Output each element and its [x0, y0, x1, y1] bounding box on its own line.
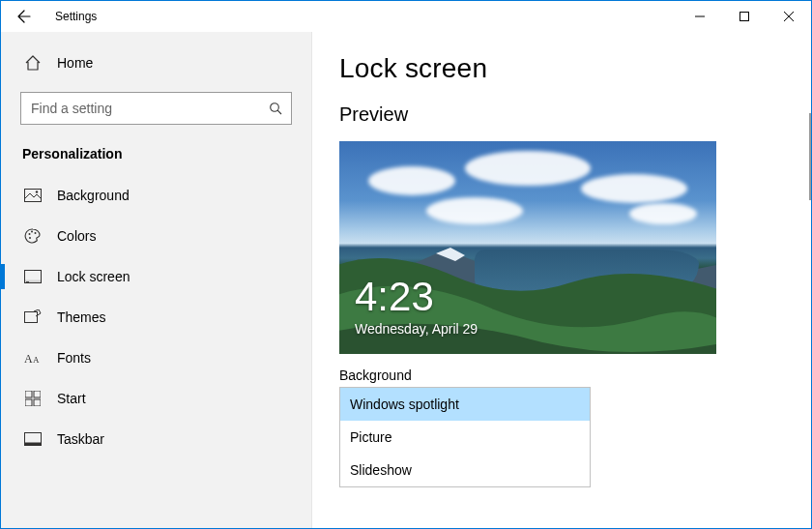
scrollbar[interactable]: [809, 113, 811, 200]
svg-rect-0: [740, 13, 749, 21]
close-icon: [784, 12, 794, 21]
nav-list: Background Colors Lock screen Themes: [1, 175, 311, 528]
background-label: Background: [339, 367, 811, 383]
minimize-button[interactable]: [678, 1, 722, 32]
svg-rect-11: [25, 312, 38, 323]
search-box[interactable]: [20, 92, 292, 125]
home-label: Home: [57, 55, 93, 71]
preview-time: 4:23: [355, 277, 478, 317]
sidebar-item-colors[interactable]: Colors: [1, 216, 311, 256]
app-title: Settings: [55, 10, 97, 23]
dropdown-option-label: Picture: [350, 429, 392, 445]
search-icon: [260, 102, 291, 115]
svg-rect-14: [25, 391, 32, 397]
image-icon: [24, 189, 42, 202]
dropdown-option-picture[interactable]: Picture: [340, 421, 590, 454]
svg-rect-10: [26, 281, 29, 282]
sidebar-item-start[interactable]: Start: [1, 378, 311, 419]
start-icon: [24, 391, 42, 406]
dropdown-option-spotlight[interactable]: Windows spotlight: [340, 388, 590, 421]
maximize-button[interactable]: [722, 1, 767, 32]
themes-icon: [24, 309, 42, 325]
home-nav[interactable]: Home: [1, 44, 311, 82]
back-button[interactable]: [1, 1, 47, 32]
svg-point-3: [36, 191, 38, 192]
sidebar-item-themes[interactable]: Themes: [1, 297, 311, 338]
sidebar-item-label: Background: [57, 188, 130, 203]
svg-point-7: [29, 237, 31, 239]
sidebar-item-label: Lock screen: [57, 269, 130, 284]
svg-rect-2: [25, 190, 42, 202]
search-input[interactable]: [21, 93, 260, 124]
preview-date: Wednesday, April 29: [355, 321, 478, 337]
sidebar-item-label: Start: [57, 391, 86, 406]
sidebar-item-lockscreen[interactable]: Lock screen: [1, 256, 311, 297]
svg-point-6: [35, 232, 37, 234]
background-dropdown[interactable]: Windows spotlight Picture Slideshow: [339, 387, 591, 487]
maximize-icon: [740, 12, 749, 21]
preview-title: Preview: [339, 103, 811, 126]
sidebar-item-label: Taskbar: [57, 431, 104, 447]
svg-point-1: [271, 103, 279, 112]
lockscreen-icon: [24, 270, 42, 283]
svg-rect-19: [25, 443, 42, 446]
page-title: Lock screen: [339, 53, 811, 84]
svg-rect-15: [34, 391, 41, 397]
minimize-icon: [695, 12, 705, 21]
sidebar-item-taskbar[interactable]: Taskbar: [1, 419, 311, 459]
svg-rect-17: [34, 399, 41, 406]
dropdown-option-label: Windows spotlight: [350, 397, 459, 412]
dropdown-option-slideshow[interactable]: Slideshow: [340, 454, 590, 486]
svg-point-4: [29, 233, 31, 235]
dropdown-option-label: Slideshow: [350, 462, 412, 478]
svg-rect-16: [25, 399, 32, 406]
sidebar-item-label: Colors: [57, 228, 96, 244]
home-icon: [24, 54, 42, 72]
sidebar-item-label: Fonts: [57, 350, 91, 366]
close-button[interactable]: [767, 1, 811, 32]
sidebar: Home Personalization Background: [1, 32, 312, 528]
lockscreen-preview: 4:23 Wednesday, April 29: [339, 141, 716, 354]
category-title: Personalization: [1, 138, 311, 175]
svg-text:A: A: [24, 352, 33, 365]
svg-point-5: [31, 231, 33, 233]
svg-text:A: A: [33, 355, 40, 365]
window-controls: [678, 1, 811, 32]
sidebar-item-label: Themes: [57, 309, 106, 325]
fonts-icon: AA: [24, 351, 42, 365]
titlebar: Settings: [1, 1, 811, 32]
palette-icon: [24, 227, 42, 245]
arrow-left-icon: [16, 9, 32, 24]
sidebar-item-fonts[interactable]: AA Fonts: [1, 338, 311, 378]
sidebar-item-background[interactable]: Background: [1, 175, 311, 216]
main-content: Lock screen Preview 4:23: [312, 32, 811, 528]
taskbar-icon: [24, 432, 42, 446]
